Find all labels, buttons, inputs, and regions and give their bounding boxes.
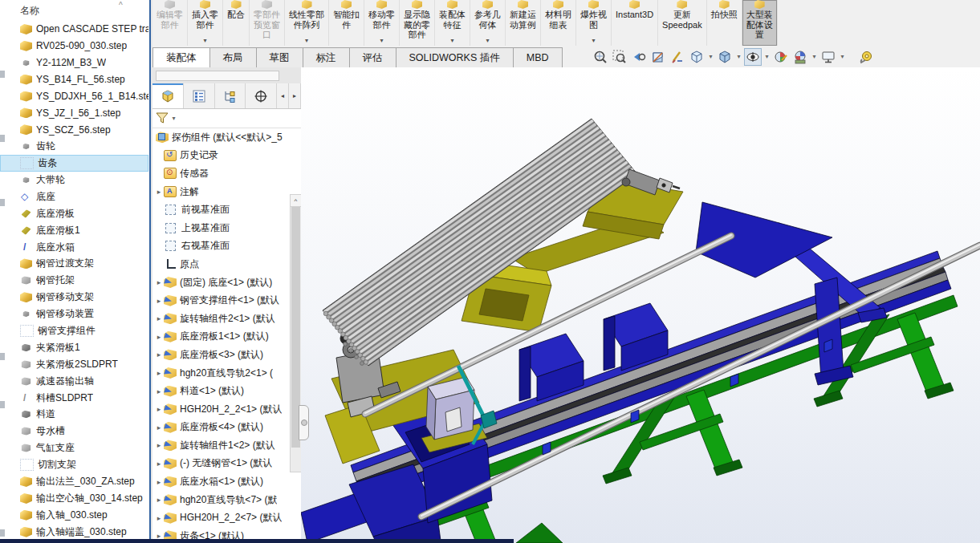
command-tab[interactable]: 评估 (349, 47, 396, 67)
file-list-item[interactable]: YS_B14_FL_56.step (0, 71, 148, 88)
expand-arrow-icon[interactable]: ▸ (154, 405, 164, 413)
ribbon-button[interactable]: 爆炸视 图 ▾ (576, 0, 612, 46)
tree-item[interactable]: ▸ 料道<1> (默认) (152, 382, 301, 400)
hide-show-items-icon[interactable] (744, 48, 762, 66)
file-list-item[interactable]: 钢管支撑组件 (0, 322, 148, 339)
expand-arrow-icon[interactable]: ▸ (154, 188, 164, 196)
file-list-item[interactable]: 底座滑板1 (0, 222, 148, 239)
file-list-item[interactable]: 齿条 (0, 155, 148, 172)
section-view-icon[interactable] (649, 48, 667, 66)
expand-arrow-icon[interactable]: ▸ (154, 460, 164, 468)
ribbon-button[interactable]: Instant3D (612, 0, 658, 46)
tree-item[interactable]: ▸ 底座水箱<1> (默认) (152, 472, 301, 491)
ribbon-button[interactable]: 零部件 预览窗 口 (250, 0, 285, 46)
panel-collapse-handle[interactable] (299, 405, 309, 440)
measure-icon[interactable] (857, 48, 875, 66)
file-list-item[interactable]: 底座 (0, 188, 148, 205)
ribbon-button[interactable]: 参考几 何体 ▾ (470, 0, 506, 46)
filter-funnel-icon[interactable] (156, 112, 169, 124)
dimxpertmanager-tab[interactable] (246, 83, 277, 108)
file-list-item[interactable]: 切割支架 (0, 456, 148, 473)
file-list-item[interactable]: YS_DDJXH_56_1_B14.ste (0, 88, 148, 105)
file-list-item[interactable]: 钢管移动支架 (0, 289, 148, 306)
file-list-item[interactable]: 料道 (0, 406, 148, 423)
tree-item[interactable]: 上视基准面 (152, 219, 301, 237)
file-list-item[interactable]: 料槽SLDPRT (0, 390, 148, 407)
tree-item[interactable]: ▸ 注解 (152, 183, 301, 201)
expand-arrow-icon[interactable]: ▸ (154, 496, 164, 504)
horizontal-scrollbar[interactable] (156, 71, 279, 81)
expand-arrow-icon[interactable]: ▸ (154, 423, 164, 432)
hide-show-items-caret-icon[interactable]: ▾ (763, 53, 771, 60)
tree-item[interactable]: ▸ (-) 无缝钢管<1> (默认 (152, 455, 301, 473)
zoom-area-icon[interactable] (611, 48, 628, 66)
tree-item[interactable]: ▸ HGH20H_2_2<1> (默认 (152, 400, 301, 419)
file-list-item[interactable]: 输入轴端盖_030.step (0, 524, 148, 539)
file-list-item[interactable]: 输出空心轴_030_14.step (0, 490, 148, 507)
view-orientation-caret-icon[interactable]: ▾ (707, 53, 714, 60)
ribbon-button[interactable]: 智能扣 件 (329, 0, 364, 46)
file-list-item[interactable]: 齿轮 (0, 138, 148, 155)
file-list-header[interactable]: 名称 ^ (0, 0, 148, 21)
tree-item[interactable]: ▸ hgh20直线导轨2<1> ( (152, 364, 301, 383)
tree-item[interactable]: ▸ 底座滑板<3> (默认) (152, 346, 301, 364)
tree-item[interactable]: 历史记录 (152, 147, 301, 165)
display-style-icon[interactable] (716, 48, 734, 66)
file-list-item[interactable]: 夹紧滑板2SLDPRT (0, 356, 148, 373)
file-list-item[interactable]: 底座水箱 (0, 239, 148, 256)
scrollbar-up-arrow[interactable]: ^ (291, 195, 301, 207)
ribbon-button[interactable]: 拍快照 (707, 0, 742, 46)
ribbon-button[interactable]: 材料明 细表 (541, 0, 576, 46)
view-settings-caret-icon[interactable]: ▾ (839, 53, 846, 60)
previous-view-icon[interactable] (630, 48, 648, 66)
annotation-view-icon[interactable] (669, 48, 686, 66)
file-list-item[interactable]: 钢管移动装置 (0, 306, 148, 322)
file-list-item[interactable]: 输出法兰_030_ZA.step (0, 473, 148, 490)
ribbon-button[interactable]: 大型装 配体设 置 (742, 0, 778, 46)
ribbon-button[interactable]: 装配体 特征 ▾ (435, 0, 470, 46)
expand-arrow-icon[interactable]: ▸ (154, 514, 164, 522)
ribbon-button[interactable]: 移动零 部件 ▾ (364, 0, 400, 46)
filter-caret-icon[interactable]: ▾ (170, 115, 177, 122)
graphics-viewport[interactable] (301, 67, 980, 543)
expand-arrow-icon[interactable]: ▸ (154, 441, 164, 449)
configurationmanager-tab[interactable] (215, 83, 246, 108)
file-list-item[interactable]: 减速器输出轴 (0, 373, 148, 390)
ribbon-button[interactable]: 新建运 动算例 (506, 0, 541, 46)
expand-arrow-icon[interactable]: ▸ (154, 387, 164, 395)
file-list-item[interactable]: 气缸支座 (0, 440, 148, 456)
tree-item[interactable]: ▸ 钢管支撑组件<1> (默认 (152, 291, 301, 310)
file-list-item[interactable]: 底座滑板 (0, 205, 148, 222)
file-list-item[interactable]: YS_JZ_I_56_1.step (0, 104, 148, 121)
file-list-item[interactable]: 输入轴_030.step (0, 507, 148, 524)
file-list-item[interactable]: 大带轮 (0, 172, 148, 188)
ribbon-button[interactable]: 更新 Speedpak (658, 0, 707, 46)
command-tab[interactable]: MBD (513, 47, 563, 67)
command-tab[interactable]: 布局 (209, 47, 257, 67)
expand-arrow-icon[interactable]: ▸ (154, 351, 164, 359)
tree-root-item[interactable]: 探伤组件 (默认<<默认>_5 (152, 128, 301, 147)
tree-item[interactable]: ▸ 旋转轴组件2<1> (默认 (152, 310, 301, 328)
name-column-header[interactable]: 名称 (20, 4, 39, 18)
tree-item[interactable]: ▸ (固定) 底座<1> (默认) (152, 274, 301, 292)
sort-ascending-icon[interactable]: ^ (119, 1, 123, 10)
expand-arrow-icon[interactable]: ▸ (154, 314, 164, 322)
file-list-item[interactable]: 母水槽 (0, 423, 148, 440)
zoom-fit-icon[interactable] (592, 48, 609, 66)
tab-scroll-left-button[interactable]: ◂ (277, 83, 289, 108)
expand-arrow-icon[interactable]: ▸ (154, 369, 164, 377)
command-tab[interactable]: 标注 (303, 47, 350, 67)
ribbon-button[interactable]: 配合 (223, 0, 250, 46)
ribbon-button[interactable]: 编辑零 部件 (152, 0, 188, 46)
file-list-item[interactable]: 夹紧滑板1 (0, 339, 148, 356)
expand-arrow-icon[interactable]: ▸ (154, 278, 164, 286)
propertymanager-tab[interactable] (184, 83, 215, 108)
command-tab[interactable]: 装配体 (152, 47, 210, 67)
expand-arrow-icon[interactable]: ▸ (154, 478, 164, 486)
expand-arrow-icon[interactable]: ▸ (154, 532, 164, 539)
display-style-caret-icon[interactable]: ▾ (735, 53, 742, 60)
ribbon-button[interactable]: 线性零部 件阵列 ▾ (285, 0, 329, 46)
tab-scroll-right-button[interactable]: ▸ (289, 83, 301, 108)
expand-arrow-icon[interactable]: ▸ (154, 297, 164, 305)
file-list-item[interactable]: Open CASCADE STEP tra (0, 21, 148, 38)
